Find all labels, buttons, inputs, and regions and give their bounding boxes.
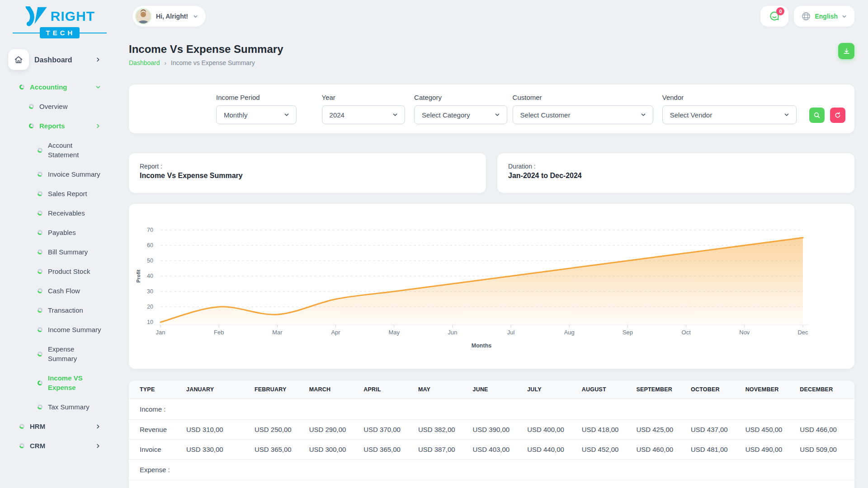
bullet-icon	[38, 269, 42, 274]
sidebar-item-receivables[interactable]: Receivables	[0, 203, 119, 223]
breadcrumb-current: Income vs Expense Summary	[171, 59, 255, 66]
column-header-august: AUGUST	[582, 380, 637, 399]
svg-text:Dec: Dec	[797, 329, 808, 336]
brand-logo[interactable]: RIGHT TECH	[0, 5, 119, 38]
column-header-september: SEPTEMBER	[636, 380, 691, 399]
svg-text:Sep: Sep	[623, 329, 633, 336]
user-menu-button[interactable]: Hi, Alright!	[132, 6, 206, 27]
brand-name: RIGHT	[51, 9, 95, 24]
table-cell: USD 481,00	[691, 440, 745, 460]
sidebar-item-crm[interactable]: CRM	[0, 436, 119, 455]
table-cell: USD 365,00	[363, 440, 418, 460]
sidebar-item-transaction[interactable]: Transaction	[0, 300, 119, 320]
sidebar-item-dashboard[interactable]: Dashboard	[0, 47, 119, 73]
notifications-button[interactable]: 0	[760, 6, 788, 27]
search-button[interactable]	[809, 108, 825, 123]
table-cell: USD 382,00	[418, 420, 473, 440]
svg-text:Jan: Jan	[156, 329, 165, 336]
table-cell: USD 365,00	[255, 440, 309, 460]
table-cell: USD 450,00	[745, 420, 800, 440]
bullet-icon	[38, 404, 42, 409]
bullet-icon	[38, 148, 42, 153]
table-section-row: Expense :	[129, 460, 854, 480]
sidebar-item-payables[interactable]: Payables	[0, 223, 119, 242]
year-select[interactable]: 2024	[322, 105, 406, 124]
filter-bar: Income Period Monthly Year 2024 Category…	[129, 84, 854, 133]
chevron-down-icon	[783, 112, 790, 118]
home-icon	[14, 55, 23, 64]
svg-text:50: 50	[147, 258, 153, 264]
bullet-icon	[38, 352, 42, 357]
bullet-icon	[38, 327, 42, 332]
brand-subname: TECH	[40, 27, 80, 38]
chart-x-ticks	[160, 325, 803, 328]
table-row	[129, 480, 854, 488]
bullet-icon	[19, 424, 24, 429]
bullet-icon	[38, 211, 42, 216]
chevron-right-icon	[95, 443, 101, 449]
svg-text:Apr: Apr	[331, 329, 340, 336]
sidebar-item-income-summary[interactable]: Income Summary	[0, 320, 119, 339]
reset-button[interactable]	[830, 108, 845, 123]
sidebar-item-reports[interactable]: Reports	[0, 116, 119, 136]
sidebar-item-account-statement[interactable]: Account Statement	[0, 136, 119, 164]
language-selector[interactable]: English	[794, 6, 854, 27]
svg-text:Aug: Aug	[564, 329, 575, 336]
table-cell: USD 452,00	[582, 440, 637, 460]
brand-logo-mark	[24, 6, 48, 26]
svg-text:Mar: Mar	[272, 329, 283, 336]
year-label: Year	[322, 94, 406, 101]
column-header-february: FEBRUARY	[255, 380, 309, 399]
customer-select[interactable]: Select Customer	[513, 105, 653, 124]
sidebar-item-income-vs-expense[interactable]: Income VS Expense	[0, 368, 119, 397]
section-label: Income :	[129, 399, 854, 420]
table-cell: USD 418,00	[582, 420, 637, 440]
customer-label: Customer	[513, 94, 653, 101]
table-cell: USD 403,00	[473, 440, 528, 460]
sidebar-item-overview[interactable]: Overview	[0, 97, 119, 116]
download-icon	[843, 47, 850, 55]
svg-text:Feb: Feb	[214, 329, 224, 336]
report-label: Report :	[140, 163, 475, 170]
income-expense-table: TYPEJANUARYFEBRUARYMARCHAPRILMAYJUNEJULY…	[129, 380, 854, 488]
breadcrumb: Dashboard › Income vs Expense Summary	[129, 59, 283, 66]
chevron-right-icon	[95, 56, 101, 63]
svg-text:Oct: Oct	[682, 329, 691, 336]
sidebar-item-hrm[interactable]: HRM	[0, 417, 119, 436]
svg-text:40: 40	[147, 273, 153, 279]
table-cell: USD 300,00	[309, 440, 364, 460]
sidebar-item-invoice-summary[interactable]: Invoice Summary	[0, 164, 119, 184]
section-label: Expense :	[129, 460, 854, 480]
vendor-label: Vendor	[662, 94, 797, 101]
sidebar-item-accounting[interactable]: Accounting	[0, 77, 119, 97]
bullet-icon	[19, 84, 24, 89]
category-select[interactable]: Select Category	[414, 105, 507, 124]
table-cell: USD 290,00	[309, 420, 364, 440]
sidebar-item-tax-summary[interactable]: Tax Summary	[0, 397, 119, 417]
breadcrumb-dashboard-link[interactable]: Dashboard	[129, 59, 160, 66]
vendor-select[interactable]: Select Vendor	[662, 105, 797, 124]
user-greeting: Hi, Alright!	[156, 13, 188, 20]
sidebar-item-expense-summary[interactable]: Expense Summary	[0, 339, 119, 368]
svg-text:30: 30	[147, 288, 153, 295]
chart-x-labels: JanFebMarAprMayJunJulAugSepOctNovDec	[156, 329, 809, 336]
sidebar-item-sales-report[interactable]: Sales Report	[0, 184, 119, 203]
table-cell: USD 390,00	[473, 420, 528, 440]
chevron-down-icon	[841, 14, 847, 19]
sidebar-item-cash-flow[interactable]: Cash Flow	[0, 281, 119, 300]
bullet-icon	[38, 172, 42, 177]
chevron-right-icon	[95, 123, 101, 129]
table-cell: USD 425,00	[636, 420, 691, 440]
bullet-icon	[38, 191, 42, 196]
sidebar-item-bill-summary[interactable]: Bill Summary	[0, 242, 119, 262]
chevron-down-icon	[494, 112, 500, 118]
table-cell: USD 509,00	[800, 440, 854, 460]
bullet-icon	[38, 380, 42, 385]
sidebar-item-product-stock[interactable]: Product Stock	[0, 262, 119, 281]
table-row: InvoiceUSD 330,00USD 365,00USD 300,00USD…	[129, 440, 854, 460]
income-period-label: Income Period	[216, 94, 297, 101]
income-period-select[interactable]: Monthly	[216, 105, 297, 124]
download-button[interactable]	[838, 43, 854, 59]
language-label: English	[815, 13, 838, 20]
chart-y-axis-title: Profit	[136, 269, 141, 282]
